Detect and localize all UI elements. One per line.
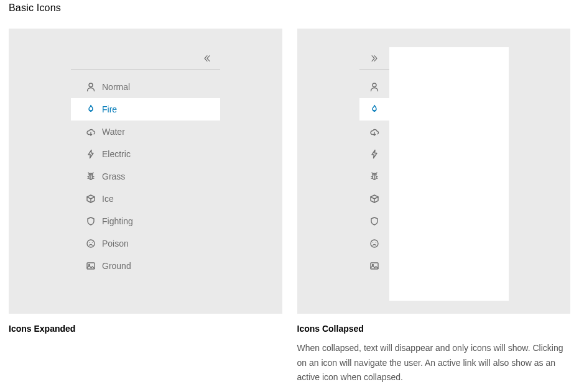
bug-icon: [86, 171, 96, 181]
nav-item-fire[interactable]: Fire: [71, 98, 220, 121]
shield-icon: [86, 216, 96, 226]
nav-item-poison[interactable]: Poison: [71, 232, 220, 255]
image-icon: [369, 261, 379, 271]
sad-icon: [369, 239, 379, 248]
nav-item-label: Ground: [102, 261, 131, 271]
image-icon: [86, 261, 96, 271]
example-expanded: NormalFireWaterElectricGrassIceFightingP…: [9, 29, 282, 314]
nav-item-label: Ice: [102, 194, 114, 204]
bolt-icon: [86, 149, 96, 159]
nav-item-sad[interactable]: [359, 232, 389, 255]
content-pane: [389, 47, 509, 301]
nav-item-label: Poison: [102, 239, 129, 248]
cloud-icon: [369, 127, 379, 137]
bug-icon: [369, 171, 379, 181]
user-icon: [86, 82, 96, 92]
nav-item-flame[interactable]: [359, 98, 389, 121]
sidenav-collapsed: [359, 47, 389, 277]
nav-item-label: Electric: [102, 149, 131, 159]
flame-icon: [369, 104, 379, 114]
nav-item-user[interactable]: [359, 76, 389, 98]
nav-item-cloud[interactable]: [359, 121, 389, 143]
cloud-icon: [86, 127, 96, 137]
chevrons-right-icon: [370, 54, 379, 63]
nav-list-collapsed: [359, 76, 389, 277]
sidenav-toggle[interactable]: [71, 47, 220, 70]
chevrons-left-icon: [203, 54, 211, 63]
description-collapsed: When collapsed, text will disappear and …: [297, 341, 571, 385]
nav-item-label: Fighting: [102, 216, 133, 226]
sidenav-expanded: NormalFireWaterElectricGrassIceFightingP…: [71, 47, 220, 277]
nav-list-expanded: NormalFireWaterElectricGrassIceFightingP…: [71, 76, 220, 277]
nav-item-bug[interactable]: [359, 165, 389, 188]
nav-item-electric[interactable]: Electric: [71, 143, 220, 165]
section-title: Basic Icons: [9, 2, 570, 14]
nav-item-ground[interactable]: Ground: [71, 255, 220, 277]
nav-item-label: Normal: [102, 82, 130, 92]
sidenav-toggle[interactable]: [359, 47, 389, 70]
nav-item-cube[interactable]: [359, 188, 389, 210]
example-collapsed: [297, 29, 571, 314]
nav-item-label: Water: [102, 127, 125, 137]
nav-item-label: Fire: [102, 104, 117, 114]
nav-item-normal[interactable]: Normal: [71, 76, 220, 98]
user-icon: [369, 82, 379, 92]
caption-expanded: Icons Expanded: [9, 324, 282, 334]
nav-item-fighting[interactable]: Fighting: [71, 210, 220, 232]
nav-item-label: Grass: [102, 171, 125, 181]
nav-item-shield[interactable]: [359, 210, 389, 232]
cube-icon: [369, 194, 379, 204]
shield-icon: [369, 216, 379, 226]
cube-icon: [86, 194, 96, 204]
bolt-icon: [369, 149, 379, 159]
caption-collapsed: Icons Collapsed: [297, 324, 571, 334]
nav-item-image[interactable]: [359, 255, 389, 277]
nav-item-bolt[interactable]: [359, 143, 389, 165]
flame-icon: [86, 104, 96, 114]
nav-item-ice[interactable]: Ice: [71, 188, 220, 210]
nav-item-grass[interactable]: Grass: [71, 165, 220, 188]
sad-icon: [86, 239, 96, 248]
nav-item-water[interactable]: Water: [71, 121, 220, 143]
